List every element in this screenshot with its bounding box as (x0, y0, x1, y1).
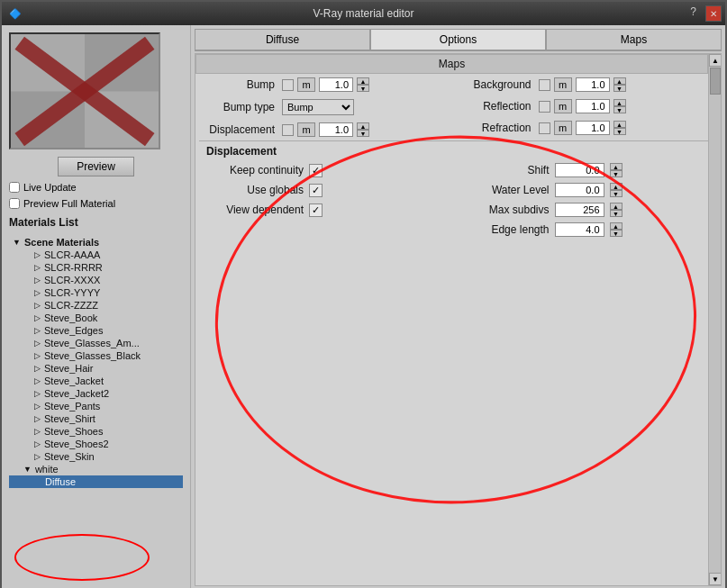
use-globals-checkbox[interactable]: ✓ (309, 184, 323, 197)
background-row: Background m ▲ ▼ (452, 74, 709, 95)
bump-type-select[interactable]: Bump (282, 99, 354, 115)
live-update-row: Live Update (9, 182, 183, 193)
refraction-m-button[interactable]: m (554, 121, 572, 135)
tree-item-Steve-Glasses-Am[interactable]: ▷ Steve_Glasses_Am... (9, 337, 183, 349)
scene-materials-group[interactable]: ▼ Scene Materials (9, 236, 183, 249)
refl-down[interactable]: ▼ (613, 106, 626, 113)
water-down[interactable]: ▼ (610, 190, 622, 197)
scroll-up-btn[interactable]: ▲ (709, 54, 722, 67)
tree-item-Steve-Jacket2[interactable]: ▷ Steve_Jacket2 (9, 387, 183, 400)
edge-up[interactable]: ▲ (610, 222, 622, 230)
refraction-label: Refraction (459, 122, 532, 134)
background-checkbox[interactable] (539, 79, 550, 91)
tree-item-Steve-Pants[interactable]: ▷ Steve_Pants (9, 400, 183, 412)
displacement-label: Displacement (203, 123, 275, 136)
empty-row (206, 221, 452, 239)
scroll-down-btn[interactable]: ▼ (709, 573, 722, 585)
max-subdivs-spinner[interactable]: ▲ ▼ (610, 203, 622, 217)
tree-item-Steve-Hair[interactable]: ▷ Steve_Hair (9, 362, 183, 375)
tree-item-SLCR-YYYY[interactable]: ▷ SLCR-YYYY (9, 286, 183, 299)
maps-left-col: Bump m ▲ ▼ Bump type (195, 74, 452, 140)
tab-options[interactable]: Options (370, 29, 546, 50)
window: 🔷 V-Ray material editor ? ✕ (0, 0, 727, 588)
view-dependent-checkbox[interactable]: ✓ (309, 204, 323, 217)
tree-item-Steve-Skin[interactable]: ▷ Steve_Skin (9, 450, 183, 463)
edge-length-label: Edge length (459, 223, 550, 236)
preview-button[interactable]: Preview (58, 157, 134, 176)
tree-item-Steve-Edges[interactable]: ▷ Steve_Edges (9, 324, 183, 337)
water-level-value[interactable] (555, 183, 604, 197)
refraction-spinner[interactable]: ▲ ▼ (613, 121, 626, 135)
displacement-up[interactable]: ▲ (357, 122, 369, 130)
max-subdivs-value[interactable] (555, 203, 604, 217)
item-label: SLCR-YYYY (44, 287, 100, 298)
tree-item-Steve-Glasses-Black[interactable]: ▷ Steve_Glasses_Black (9, 349, 183, 362)
tab-maps[interactable]: Maps (546, 29, 722, 50)
help-button[interactable]: ? (690, 5, 696, 22)
scrollbar[interactable]: ▲ ▼ (708, 54, 721, 585)
bg-up[interactable]: ▲ (613, 77, 626, 85)
refl-up[interactable]: ▲ (613, 99, 626, 106)
displacement-m-button[interactable]: m (297, 122, 315, 137)
bg-down[interactable]: ▼ (613, 85, 626, 92)
edge-down[interactable]: ▼ (610, 230, 622, 237)
shift-row: Shift ▲ ▼ (452, 161, 698, 179)
edge-length-value[interactable] (555, 222, 604, 237)
item-label: Steve_Jacket2 (44, 388, 109, 399)
refr-up[interactable]: ▲ (613, 121, 626, 128)
max-subdivs-up[interactable]: ▲ (610, 203, 622, 210)
tree-item-SLCR-XXXX[interactable]: ▷ SLCR-XXXX (9, 274, 183, 286)
background-m-button[interactable]: m (554, 77, 572, 92)
bump-up[interactable]: ▲ (357, 77, 369, 85)
bump-m-button[interactable]: m (297, 77, 315, 92)
reflection-spinner[interactable]: ▲ ▼ (613, 99, 626, 113)
background-spinner[interactable]: ▲ ▼ (613, 77, 626, 92)
close-button[interactable]: ✕ (705, 5, 722, 22)
reflection-checkbox[interactable] (539, 101, 550, 113)
bump-spinner[interactable]: ▲ ▼ (357, 77, 369, 92)
water-spinner[interactable]: ▲ ▼ (610, 183, 622, 197)
displacement-value[interactable] (319, 122, 353, 137)
displacement-spinner[interactable]: ▲ ▼ (357, 122, 369, 137)
max-subdivs-down[interactable]: ▼ (610, 210, 622, 217)
tree-item-SLCR-ZZZZ[interactable]: ▷ SLCR-ZZZZ (9, 299, 183, 312)
tree-item-Steve-Shirt[interactable]: ▷ Steve_Shirt (9, 412, 183, 425)
bump-value[interactable] (319, 77, 353, 92)
refraction-checkbox[interactable] (539, 122, 550, 134)
bump-checkbox[interactable] (282, 79, 294, 91)
item-label: Steve_Glasses_Am... (44, 338, 140, 348)
displacement-row: Displacement m ▲ ▼ (195, 119, 452, 140)
use-globals-row: Use globals ✓ (206, 181, 452, 199)
tree-item-Steve-Shoes[interactable]: ▷ Steve_Shoes (9, 425, 183, 438)
background-value[interactable] (576, 77, 610, 92)
tree-item-Steve-Shoes2[interactable]: ▷ Steve_Shoes2 (9, 438, 183, 450)
refraction-value[interactable] (576, 121, 610, 135)
materials-section: ▼ Scene Materials ▷ SLCR-AAAA ▷ SLCR-RRR… (9, 236, 183, 583)
scroll-thumb[interactable] (710, 68, 721, 95)
reflection-value[interactable] (576, 99, 610, 113)
water-up[interactable]: ▲ (610, 183, 622, 190)
tree-item-diffuse[interactable]: Diffuse (9, 475, 183, 488)
tree-item-Steve-Jacket[interactable]: ▷ Steve_Jacket (9, 375, 183, 387)
refr-down[interactable]: ▼ (613, 128, 626, 135)
shift-up[interactable]: ▲ (610, 163, 622, 170)
item-label: Steve_Shoes2 (44, 439, 109, 449)
edge-length-spinner[interactable]: ▲ ▼ (610, 222, 622, 237)
tree-item-SLCR-AAAA[interactable]: ▷ SLCR-AAAA (9, 249, 183, 261)
keep-continuity-checkbox[interactable]: ✓ (309, 164, 323, 177)
tree-item-white[interactable]: ▼ white (9, 463, 183, 475)
preview-full-checkbox[interactable] (9, 198, 20, 209)
shift-spinner[interactable]: ▲ ▼ (610, 163, 622, 177)
shift-value[interactable] (555, 163, 604, 177)
main-container: Preview Live Update Preview Full Materia… (2, 25, 725, 588)
reflection-row: Reflection m ▲ ▼ (452, 95, 709, 117)
bump-down[interactable]: ▼ (357, 85, 369, 92)
displacement-down[interactable]: ▼ (357, 130, 369, 137)
displacement-checkbox[interactable] (282, 124, 294, 136)
tree-item-Steve-Book[interactable]: ▷ Steve_Book (9, 312, 183, 324)
live-update-checkbox[interactable] (9, 182, 20, 193)
tree-item-SLCR-RRRR[interactable]: ▷ SLCR-RRRR (9, 261, 183, 274)
reflection-m-button[interactable]: m (554, 99, 572, 113)
shift-down[interactable]: ▼ (610, 170, 622, 177)
tab-diffuse[interactable]: Diffuse (195, 29, 370, 50)
